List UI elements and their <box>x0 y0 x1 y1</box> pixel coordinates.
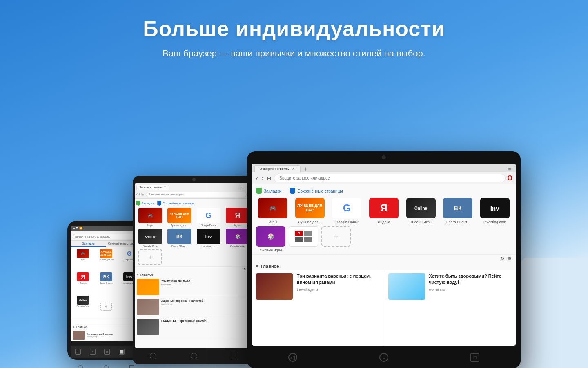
dial-yandex[interactable]: Я Яндекс <box>72 272 94 294</box>
mid-dial-online-thumb: Online <box>138 229 162 244</box>
large-settings-icon[interactable]: ⚙ <box>508 256 512 261</box>
tab-large-label: Экспресс-панель <box>260 167 289 171</box>
large-dial-vk[interactable]: ВК Opera ВКонт... <box>441 198 475 224</box>
phone-back-btn[interactable]: ‹ <box>75 349 81 355</box>
large-dial-yandex[interactable]: Я Яндекс <box>367 198 401 224</box>
phone-tabs-btn[interactable]: ⊞ <box>104 349 110 355</box>
large-news-item-0[interactable]: Три варианта варенья: с перцем, вином и … <box>252 270 384 346</box>
large-pages-btn[interactable]: ⊞ <box>266 175 272 181</box>
phone-back-system[interactable] <box>78 365 83 368</box>
mid-dial-online[interactable]: Online Онлайн Игры <box>137 229 164 247</box>
dial-best-icon: ЛУЧШЕЕ ДЛЯ ВАС <box>100 249 112 258</box>
large-dial-yandex-thumb: Я <box>369 198 399 218</box>
phone-section-hamburger: ≡ <box>73 325 74 328</box>
tablet-mid-device: Экспресс-панель ✕ + ⊞ ‹ › ⊞ O <box>133 176 255 364</box>
dial-best[interactable]: ЛУЧШЕЕ ДЛЯ ВАС Лучшее для вас <box>96 249 117 271</box>
mid-dial-add[interactable]: + <box>137 249 164 265</box>
tablet-mid-addressbar: ‹ › ⊞ O <box>135 190 253 198</box>
large-saved-icon <box>290 188 295 194</box>
tablet-large-addressbar: ‹ › ⊞ O <box>252 172 516 184</box>
mid-home-system[interactable] <box>191 353 197 359</box>
phone-search-bar[interactable] <box>71 231 142 241</box>
mid-dial-games-label: Игры <box>147 224 153 227</box>
mid-dial-best-label: Лучшее для в... <box>171 224 188 227</box>
mid-back-btn[interactable]: ‹ <box>136 192 138 196</box>
mid-forward-btn[interactable]: › <box>139 192 140 196</box>
large-bookmarks-tab[interactable]: Закладки <box>256 188 281 194</box>
phone-recents-system[interactable] <box>129 365 134 368</box>
mid-dial-google[interactable]: G Google Поиск <box>195 208 222 227</box>
large-dial-opera-multi[interactable]: O <box>289 226 318 252</box>
dial-vk-icon: ВК <box>100 272 112 281</box>
large-bookmarks-label: Закладки <box>264 189 281 193</box>
mid-recents-system[interactable] <box>232 353 238 359</box>
mid-dial-investing[interactable]: Inv Investing.com <box>195 229 222 247</box>
mid-news-item-2[interactable]: РЕЦЕПТЫ: Персиковый крамбл <box>135 317 253 337</box>
page-title: Больше индивидуальности <box>0 16 588 41</box>
mid-dial-yandex-label: Яндекс <box>234 224 242 227</box>
tablet-mid-address-input[interactable] <box>146 192 247 197</box>
large-back-btn[interactable]: ‹ <box>255 175 259 182</box>
large-saved-tab[interactable]: Сохранённые страницы <box>290 188 343 194</box>
header-section: Больше индивидуальности Ваш браузер — ва… <box>0 16 588 59</box>
phone-pages-btn[interactable]: ⬜ <box>119 349 125 355</box>
page-subtitle: Ваш браузер — ваши привычки и множество … <box>0 48 588 59</box>
large-recents-system[interactable]: □ <box>470 353 479 362</box>
phone-status-icons: ▲▼ 📶 <box>73 227 83 230</box>
phone-search-input[interactable] <box>73 234 140 239</box>
mid-back-system[interactable] <box>150 353 156 359</box>
tab-express-close[interactable]: ✕ <box>164 186 166 189</box>
large-add-dial[interactable]: + <box>321 226 351 252</box>
mid-dial-vk[interactable]: ВК Opera ВКонт... <box>166 229 193 247</box>
large-dial-extra-label: Онлайн игры <box>256 248 285 252</box>
mid-section-name: Главное <box>140 273 154 276</box>
large-dial-google[interactable]: G Google Поиск <box>330 198 364 224</box>
large-news-thumb-0 <box>256 273 293 300</box>
phone-tab-bookmarks[interactable]: Закладки <box>71 241 106 247</box>
devices-container: ▲▼ 📶 8:00 Закладки Сохранённые страницы … <box>0 90 588 368</box>
large-home-system[interactable]: ○ <box>379 353 388 362</box>
tab-large-menu[interactable]: ⊞ <box>506 167 513 171</box>
phone-home-system[interactable] <box>104 365 109 368</box>
mid-saved-tab[interactable]: Сохранённые страницы <box>157 201 194 206</box>
dial-vk[interactable]: ВК Opera ВКонт... <box>96 272 117 294</box>
tablet-large-address-input[interactable] <box>274 174 505 182</box>
mid-pages-btn[interactable]: ⊞ <box>141 192 145 196</box>
large-dial-best[interactable]: ЛУЧШЕЕ ДЛЯ ВАС Лучшее для... <box>293 198 327 224</box>
mid-dial-google-thumb: G <box>197 208 220 223</box>
large-add-icon: + <box>321 226 351 247</box>
tab-large-add[interactable]: + <box>302 166 309 172</box>
phone-forward-btn[interactable]: › <box>90 349 96 355</box>
large-dial-google-thumb: G <box>332 198 361 218</box>
dial-games[interactable]: 🎮 Игры <box>72 249 94 271</box>
large-dial-extra[interactable]: 🎲 Онлайн игры <box>256 226 285 252</box>
large-dial-investing[interactable]: Inv Investing.com <box>478 198 512 224</box>
large-dial-online[interactable]: Online Онлайн Игры <box>404 198 438 224</box>
tablet-large-content: Закладки Сохранённые страницы 🎮 Игры ЛУЧ… <box>252 184 516 346</box>
large-back-system[interactable]: ◁ <box>288 353 297 362</box>
mid-news-item-0[interactable]: Чесночные лепешки kedem.ru <box>135 277 253 297</box>
tab-large-close[interactable]: ✕ <box>292 167 295 171</box>
large-dial-online-label: Онлайн Игры <box>406 220 436 224</box>
large-second-row: 🎲 Онлайн игры O <box>252 226 516 254</box>
large-dial-extra-thumb: 🎲 <box>256 226 285 247</box>
large-refresh-icon[interactable]: ↻ <box>501 256 504 261</box>
large-news-thumb-1 <box>388 273 425 300</box>
large-section-title: ≡ Главное <box>252 263 516 270</box>
phone-add-dial[interactable]: + <box>96 296 117 317</box>
mid-dial-games[interactable]: 🎮 Игры <box>137 208 164 227</box>
dial-online[interactable]: Online Онлайн-Игры <box>72 296 94 317</box>
tab-add-btn[interactable]: + <box>238 184 244 190</box>
tab-express[interactable]: Экспресс-панель ✕ <box>136 185 169 190</box>
large-forward-btn[interactable]: › <box>261 175 265 182</box>
mid-news-thumb-2 <box>137 319 159 335</box>
mid-news-item-1[interactable]: Жареные пирожки с капустой ovkuse.ru <box>135 297 253 317</box>
large-news-item-1[interactable]: Хотите быть здоровыми? Пейте чистую воду… <box>384 270 516 346</box>
phone-speed-dial: 🎮 Игры ЛУЧШЕЕ ДЛЯ ВАС Лучшее для вас G G… <box>71 247 142 319</box>
tab-large-express[interactable]: Экспресс-панель ✕ <box>254 165 301 172</box>
mid-refresh-icon[interactable]: ↻ <box>243 267 246 271</box>
large-dial-games[interactable]: 🎮 Игры <box>256 198 290 224</box>
mid-dial-best[interactable]: ЛУЧШЕЕ ДЛЯ ВАС Лучшее для в... <box>166 208 193 227</box>
mid-bookmarks-tab[interactable]: Закладки <box>136 201 154 206</box>
large-dial-online-thumb: Online <box>406 198 436 218</box>
